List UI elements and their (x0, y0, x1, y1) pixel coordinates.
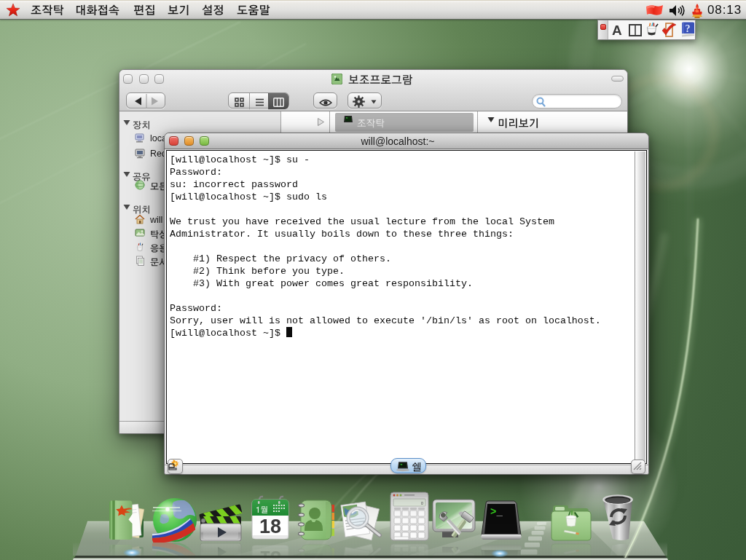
svg-text:18: 18 (259, 516, 281, 537)
svg-text:0: 0 (421, 501, 424, 505)
svg-text:>_: >_ (490, 506, 503, 518)
svg-text:?: ? (686, 23, 691, 34)
